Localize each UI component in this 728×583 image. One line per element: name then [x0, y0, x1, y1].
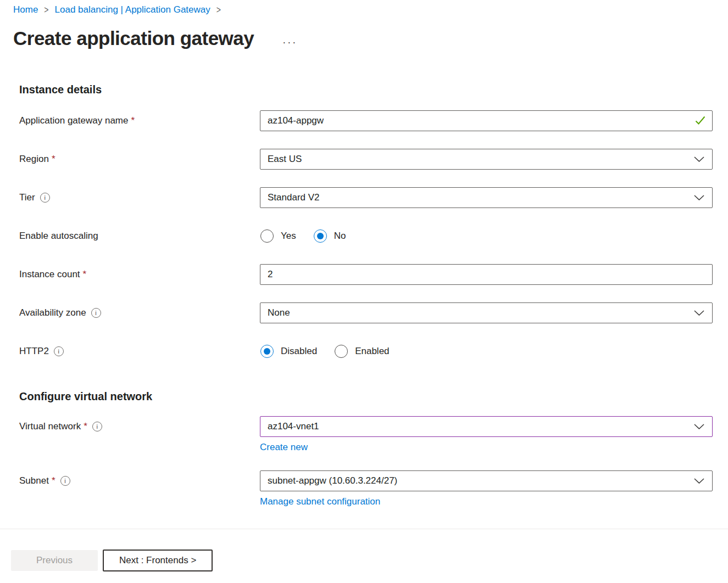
tier-field: Standard V2 [260, 187, 713, 208]
application-gateway-name-label: Application gateway name * [19, 115, 260, 126]
form-row-subnet: Subnet * i subnet-appgw (10.60.3.224/27)… [19, 470, 713, 507]
label-text: Application gateway name [19, 115, 128, 126]
label-text: Enable autoscaling [19, 231, 98, 242]
radio-label: Enabled [355, 346, 389, 357]
section-heading-instance-details: Instance details [19, 83, 713, 96]
label-text: Region [19, 154, 49, 165]
form-row-tier: Tier i Standard V2 [19, 187, 713, 208]
chevron-down-icon [694, 156, 704, 162]
subnet-dropdown[interactable]: subnet-appgw (10.60.3.224/27) [260, 470, 713, 491]
breadcrumb-separator-icon: > [44, 4, 48, 15]
instance-count-label: Instance count * [19, 269, 260, 280]
label-text: Tier [19, 192, 35, 203]
application-gateway-name-input[interactable] [260, 110, 713, 131]
more-options-icon[interactable]: ··· [280, 34, 299, 51]
wizard-footer: Previous Next : Frontends > [11, 550, 728, 571]
virtual-network-dropdown-value: az104-vnet1 [268, 421, 319, 432]
info-icon[interactable]: i [91, 308, 101, 318]
chevron-down-icon [694, 478, 704, 484]
breadcrumb-link-load-balancing[interactable]: Load balancing | Application Gateway [55, 4, 210, 15]
label-text: HTTP2 [19, 346, 49, 357]
autoscaling-yes-radio[interactable]: Yes [260, 229, 296, 243]
availability-zone-field: None [260, 302, 713, 323]
breadcrumb-link-home[interactable]: Home [13, 4, 38, 15]
radio-icon [335, 345, 348, 358]
required-asterisk: * [52, 154, 55, 165]
http2-radio-group: Disabled Enabled [260, 345, 713, 358]
radio-icon [260, 229, 274, 243]
virtual-network-field: az104-vnet1 Create new [260, 416, 713, 453]
required-asterisk: * [84, 421, 87, 432]
availability-zone-dropdown[interactable]: None [260, 302, 713, 323]
page-title: Create application gateway [13, 26, 254, 51]
radio-icon [260, 345, 274, 358]
region-dropdown[interactable]: East US [260, 149, 713, 170]
form-row-http2: HTTP2 i Disabled Enabled [19, 341, 713, 362]
create-new-vnet-link[interactable]: Create new [260, 442, 308, 453]
instance-count-input[interactable] [260, 264, 713, 285]
radio-label: Yes [281, 231, 296, 242]
chevron-down-icon [694, 195, 704, 200]
instance-count-field [260, 264, 713, 285]
form-row-virtual-network: Virtual network * i az104-vnet1 Create n… [19, 416, 713, 453]
subnet-label: Subnet * i [19, 470, 260, 491]
create-appgw-form: Instance details Application gateway nam… [19, 83, 713, 507]
previous-button[interactable]: Previous [11, 550, 98, 571]
info-icon[interactable]: i [92, 422, 102, 431]
tier-dropdown[interactable]: Standard V2 [260, 187, 713, 208]
breadcrumb-separator-icon: > [216, 4, 221, 15]
chevron-down-icon [694, 424, 704, 429]
subnet-field: subnet-appgw (10.60.3.224/27) Manage sub… [260, 470, 713, 507]
enable-autoscaling-radio-group: Yes No [260, 229, 713, 243]
application-gateway-name-field [260, 110, 713, 131]
tier-dropdown-value: Standard V2 [268, 192, 320, 203]
info-icon[interactable]: i [40, 193, 50, 203]
label-text: Availability zone [19, 307, 86, 318]
next-frontends-button[interactable]: Next : Frontends > [103, 550, 213, 571]
label-text: Virtual network [19, 421, 81, 432]
label-text: Instance count [19, 269, 80, 280]
info-icon[interactable]: i [54, 346, 64, 356]
chevron-down-icon [694, 310, 704, 316]
form-row-instance-count: Instance count * [19, 264, 713, 285]
http2-field: Disabled Enabled [260, 345, 713, 358]
autoscaling-no-radio[interactable]: No [314, 229, 346, 243]
region-dropdown-value: East US [268, 154, 302, 165]
required-asterisk: * [131, 115, 135, 126]
http2-label: HTTP2 i [19, 346, 260, 357]
manage-subnet-configuration-link[interactable]: Manage subnet configuration [260, 496, 380, 507]
breadcrumb: Home > Load balancing | Application Gate… [13, 4, 728, 15]
radio-label: Disabled [281, 346, 317, 357]
required-asterisk: * [52, 475, 55, 486]
virtual-network-dropdown[interactable]: az104-vnet1 [260, 416, 713, 437]
page-header: Create application gateway ··· [13, 26, 728, 51]
required-asterisk: * [83, 269, 87, 280]
footer-divider [0, 529, 728, 529]
enable-autoscaling-label: Enable autoscaling [19, 231, 260, 242]
label-text: Subnet [19, 475, 49, 486]
form-row-enable-autoscaling: Enable autoscaling Yes No [19, 226, 713, 246]
region-field: East US [260, 149, 713, 170]
form-row-application-gateway-name: Application gateway name * [19, 110, 713, 131]
region-label: Region * [19, 154, 260, 165]
info-icon[interactable]: i [60, 476, 70, 486]
radio-label: No [334, 231, 346, 242]
tier-label: Tier i [19, 192, 260, 203]
virtual-network-label: Virtual network * i [19, 416, 260, 437]
availability-zone-dropdown-value: None [268, 307, 290, 318]
enable-autoscaling-field: Yes No [260, 229, 713, 243]
subnet-dropdown-value: subnet-appgw (10.60.3.224/27) [268, 475, 397, 486]
http2-enabled-radio[interactable]: Enabled [335, 345, 389, 358]
section-heading-configure-virtual-network: Configure virtual network [19, 390, 713, 403]
http2-disabled-radio[interactable]: Disabled [260, 345, 317, 358]
availability-zone-label: Availability zone i [19, 307, 260, 318]
form-row-region: Region * East US [19, 149, 713, 170]
radio-icon [314, 229, 327, 243]
form-row-availability-zone: Availability zone i None [19, 302, 713, 323]
